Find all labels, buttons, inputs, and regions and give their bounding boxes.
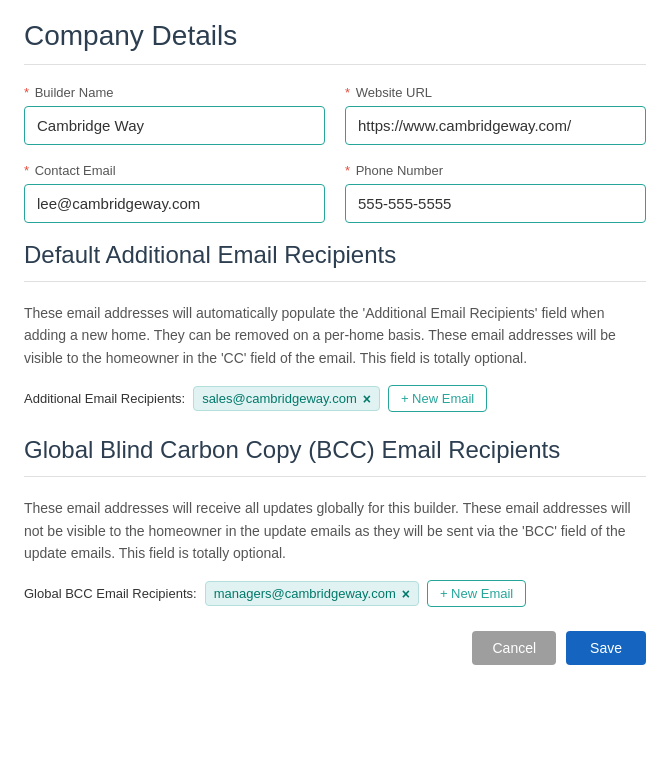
page-container: Company Details * Builder Name * Website… [0, 0, 670, 777]
global-bcc-label: Global BCC Email Recipients: [24, 586, 197, 601]
additional-email-recipients-row: Additional Email Recipients: sales@cambr… [24, 385, 646, 412]
required-star-3: * [24, 163, 29, 178]
actions-row: Cancel Save [24, 631, 646, 665]
global-bcc-email-tag: managers@cambridgeway.com × [205, 581, 419, 606]
default-email-section: Default Additional Email Recipients Thes… [24, 241, 646, 412]
website-url-group: * Website URL [345, 85, 646, 145]
phone-number-input[interactable] [345, 184, 646, 223]
global-bcc-description: These email addresses will receive all u… [24, 497, 646, 564]
divider-1 [24, 64, 646, 65]
required-star-4: * [345, 163, 350, 178]
contact-email-label: * Contact Email [24, 163, 325, 178]
builder-name-input[interactable] [24, 106, 325, 145]
global-bcc-email-tag-value: managers@cambridgeway.com [214, 586, 396, 601]
additional-email-tag-remove[interactable]: × [363, 392, 371, 406]
default-email-title: Default Additional Email Recipients [24, 241, 646, 269]
cancel-button[interactable]: Cancel [472, 631, 556, 665]
default-email-description: These email addresses will automatically… [24, 302, 646, 369]
phone-number-label: * Phone Number [345, 163, 646, 178]
save-button[interactable]: Save [566, 631, 646, 665]
additional-email-tag: sales@cambridgeway.com × [193, 386, 380, 411]
phone-number-group: * Phone Number [345, 163, 646, 223]
divider-3 [24, 476, 646, 477]
company-details-title: Company Details [24, 20, 646, 52]
global-bcc-new-email-button[interactable]: + New Email [427, 580, 526, 607]
builder-name-label: * Builder Name [24, 85, 325, 100]
form-row-1: * Builder Name * Website URL [24, 85, 646, 145]
global-bcc-title: Global Blind Carbon Copy (BCC) Email Rec… [24, 436, 646, 464]
additional-new-email-button[interactable]: + New Email [388, 385, 487, 412]
form-row-2: * Contact Email * Phone Number [24, 163, 646, 223]
builder-name-group: * Builder Name [24, 85, 325, 145]
global-bcc-email-tag-remove[interactable]: × [402, 587, 410, 601]
global-bcc-recipients-row: Global BCC Email Recipients: managers@ca… [24, 580, 646, 607]
contact-email-group: * Contact Email [24, 163, 325, 223]
contact-email-input[interactable] [24, 184, 325, 223]
additional-email-tag-value: sales@cambridgeway.com [202, 391, 357, 406]
website-url-label: * Website URL [345, 85, 646, 100]
global-bcc-section: Global Blind Carbon Copy (BCC) Email Rec… [24, 436, 646, 607]
website-url-input[interactable] [345, 106, 646, 145]
divider-2 [24, 281, 646, 282]
required-star-1: * [24, 85, 29, 100]
required-star-2: * [345, 85, 350, 100]
additional-email-label: Additional Email Recipients: [24, 391, 185, 406]
